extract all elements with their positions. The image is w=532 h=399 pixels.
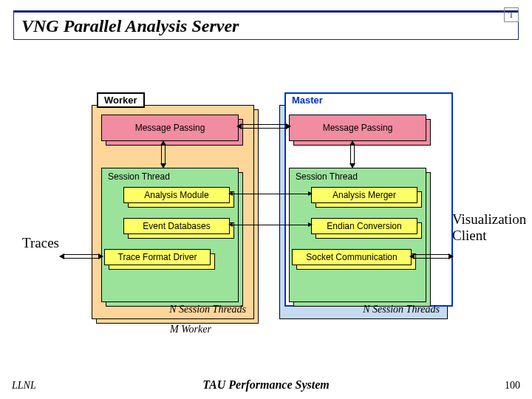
arrow-master-vert: [350, 145, 355, 164]
m-worker-label: M Worker: [170, 324, 211, 335]
arrow-traces: [64, 254, 99, 259]
socket-communication: Socket Communication: [292, 249, 412, 265]
traces-label: Traces: [22, 235, 59, 251]
arrow-eventdb-endian: [232, 225, 309, 225]
worker-label: Worker: [97, 92, 145, 108]
arrow-worker-vert: [161, 145, 166, 164]
visualization-client-label: Visualization Client: [452, 211, 526, 244]
master-panel: Master Message Passing Session Thread An…: [279, 105, 448, 319]
analysis-module: Analysis Module: [123, 187, 230, 203]
arrow-viz: [414, 254, 449, 259]
trace-format-driver: Trace Format Driver: [104, 249, 211, 265]
endian-conversion: Endian Conversion: [311, 218, 417, 234]
footer-right: 100: [505, 380, 520, 392]
worker-panel: Worker Message Passing Session Thread An…: [92, 105, 254, 319]
worker-session-label: Session Thread: [108, 171, 170, 182]
master-session-label: Session Thread: [296, 171, 358, 182]
page-title: VNG Parallel Analysis Server: [21, 16, 239, 36]
arrow-module-merger: [232, 194, 309, 194]
analysis-merger: Analysis Merger: [311, 187, 417, 203]
logo-icon: T: [504, 7, 519, 22]
title-bar: VNG Parallel Analysis Server: [13, 10, 519, 40]
master-message-passing: Message Passing: [289, 115, 426, 141]
event-databases: Event Databases: [123, 218, 230, 234]
arrow-msgpass: [241, 124, 287, 129]
worker-message-passing: Message Passing: [101, 115, 239, 141]
n-session-master: N Session Threads: [363, 304, 440, 316]
n-session-worker: N Session Threads: [169, 304, 246, 316]
footer-center: TAU Performance System: [0, 378, 532, 392]
